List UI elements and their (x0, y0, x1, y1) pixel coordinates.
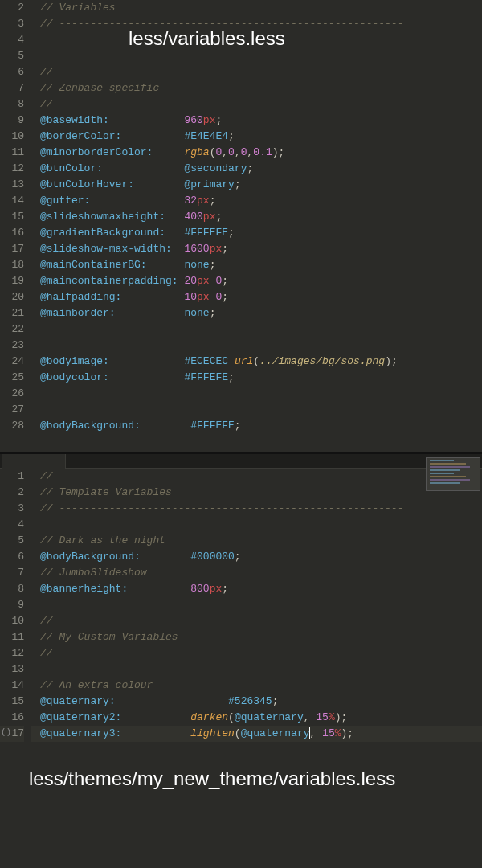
line-number: 12 (0, 161, 24, 177)
editor-pane-top: less/variables.less 23456789101112131415… (0, 0, 482, 454)
line-number: 7 (0, 80, 24, 96)
code-line[interactable]: // An extra colour (40, 678, 482, 694)
line-number: 3 (0, 16, 24, 32)
line-number: 15 (0, 209, 24, 225)
code-line[interactable] (40, 48, 482, 64)
code-line[interactable]: @bannerheight: 800px; (40, 581, 482, 597)
line-number: 6 (0, 549, 24, 565)
line-number: 14 (0, 678, 24, 694)
line-number: 22 (0, 321, 24, 338)
line-number: 9 (0, 113, 24, 129)
code-line[interactable]: @gradientBackground: #FFFEFE; (40, 225, 482, 241)
line-number: 23 (0, 338, 24, 354)
code-line[interactable]: // -------------------------------------… (40, 96, 482, 113)
editor-pane-bottom: less/themes/my_new_theme/variables.less … (0, 454, 482, 868)
line-number: 13 (0, 177, 24, 193)
line-number: 17 (0, 241, 24, 257)
file-path-caption-top: less/variables.less (129, 27, 285, 50)
line-number: 2 (0, 485, 24, 501)
code-line[interactable]: @gutter: 32px; (40, 193, 482, 209)
editor-area-bottom[interactable]: 12345678910111213141516()17 //// Templat… (0, 469, 482, 742)
code-line[interactable]: // -------------------------------------… (40, 645, 482, 661)
line-number: 13 (0, 661, 24, 678)
line-number: 8 (0, 581, 24, 597)
code-line[interactable]: @btnColorHover: @primary; (40, 177, 482, 193)
code-line[interactable] (40, 661, 482, 678)
code-line[interactable] (40, 517, 482, 533)
line-number: 11 (0, 629, 24, 645)
line-number: 16 (0, 710, 24, 726)
line-number: 25 (0, 370, 24, 386)
line-number: 12 (0, 645, 24, 661)
code-line[interactable]: // Zenbase specific (40, 80, 482, 96)
line-number: 21 (0, 305, 24, 321)
code-line[interactable]: // -------------------------------------… (40, 501, 482, 517)
line-number: 19 (0, 273, 24, 289)
line-number-gutter: 2345678910111213141516171819202122232425… (0, 0, 31, 434)
line-number: 8 (0, 96, 24, 113)
code-line[interactable]: // JumboSlideshow (40, 565, 482, 581)
code-line[interactable]: @minorborderColor: rgba(0,0,0,0.1); (40, 145, 482, 161)
code-line[interactable]: @quaternary: #526345; (40, 694, 482, 710)
line-number: 1 (0, 469, 24, 485)
line-number: 10 (0, 129, 24, 145)
line-number-gutter: 12345678910111213141516()17 (0, 469, 31, 742)
code-line[interactable]: @bodyimage: #ECECEC url(../images/bg/sos… (40, 354, 482, 370)
code-line[interactable]: @basewidth: 960px; (40, 113, 482, 129)
code-line[interactable]: @bodycolor: #FFFEFE; (40, 370, 482, 386)
code-line[interactable]: @mainborder: none; (40, 305, 482, 321)
minimap[interactable] (426, 457, 480, 491)
code-line[interactable]: // My Custom Variables (40, 629, 482, 645)
line-number: 5 (0, 48, 24, 64)
code-line[interactable] (40, 597, 482, 613)
line-number: 14 (0, 193, 24, 209)
line-number: 6 (0, 64, 24, 80)
code-line[interactable]: // Variables (40, 0, 482, 16)
code-line[interactable]: @halfpadding: 10px 0; (40, 289, 482, 305)
line-number: 7 (0, 565, 24, 581)
line-number: 20 (0, 289, 24, 305)
line-number: 10 (0, 613, 24, 629)
code-area[interactable]: //// Template Variables// --------------… (31, 469, 482, 742)
line-number: 27 (0, 402, 24, 418)
code-line[interactable]: @mainContainerBG: none; (40, 257, 482, 273)
code-line[interactable] (40, 386, 482, 402)
editor-area-top[interactable]: 2345678910111213141516171819202122232425… (0, 0, 482, 434)
line-number: 15 (0, 694, 24, 710)
line-number: 11 (0, 145, 24, 161)
code-line[interactable]: @btnColor: @secondary; (40, 161, 482, 177)
line-number: 4 (0, 32, 24, 48)
code-line[interactable]: // (40, 469, 482, 485)
code-line[interactable]: @bodyBackground: #FFFEFE; (40, 418, 482, 434)
tab-bar[interactable] (0, 454, 482, 469)
line-number: 28 (0, 418, 24, 434)
line-number: 5 (0, 533, 24, 549)
code-line[interactable]: // (40, 613, 482, 629)
code-line[interactable] (40, 402, 482, 418)
code-line[interactable]: @bodyBackground: #000000; (40, 549, 482, 565)
code-line[interactable] (40, 321, 482, 338)
code-line[interactable]: @quaternary2: darken(@quaternary, 15%); (40, 710, 482, 726)
line-number: 24 (0, 354, 24, 370)
line-number: 2 (0, 0, 24, 16)
code-line[interactable]: // Template Variables (40, 485, 482, 501)
code-line[interactable]: @borderColor: #E4E4E4; (40, 129, 482, 145)
file-path-caption-bottom: less/themes/my_new_theme/variables.less (29, 768, 395, 790)
code-line[interactable]: // (40, 64, 482, 80)
line-number: 9 (0, 597, 24, 613)
line-number: 18 (0, 257, 24, 273)
line-number: 3 (0, 501, 24, 517)
code-line[interactable]: // Dark as the night (40, 533, 482, 549)
code-area[interactable]: // Variables// -------------------------… (31, 0, 482, 434)
line-number: 4 (0, 517, 24, 533)
fold-marker-icon[interactable]: () (1, 727, 11, 737)
code-line[interactable]: @slideshowmaxheight: 400px; (40, 209, 482, 225)
editor-tab[interactable] (2, 454, 66, 469)
code-line[interactable] (40, 338, 482, 354)
code-line[interactable]: @slideshow-max-width: 1600px; (40, 241, 482, 257)
code-line[interactable]: @maincontainerpadding: 20px 0; (40, 273, 482, 289)
code-line[interactable]: @quaternary3: lighten(@quaternary, 15%); (31, 726, 482, 742)
line-number: 16 (0, 225, 24, 241)
line-number: 26 (0, 386, 24, 402)
